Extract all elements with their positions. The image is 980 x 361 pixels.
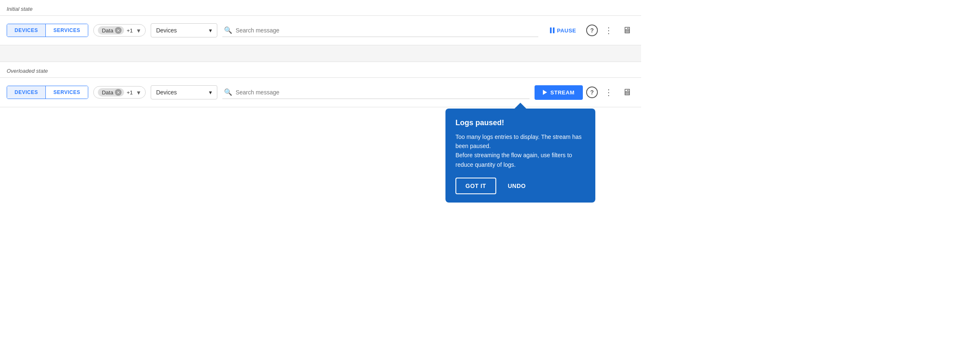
chip-count-initial: +1	[127, 27, 133, 34]
monitor-button-initial[interactable]: 🖥	[619, 23, 634, 38]
search-icon-initial: 🔍	[224, 26, 232, 34]
search-area-overloaded: 🔍	[222, 86, 530, 99]
search-icon-overloaded: 🔍	[224, 88, 232, 96]
devices-dropdown-arrow-overloaded: ▾	[209, 89, 212, 96]
tooltip-title: Logs paused!	[455, 119, 585, 127]
undo-button[interactable]: UNDO	[501, 178, 532, 194]
initial-state-label: Initial state	[0, 0, 641, 15]
got-it-button[interactable]: GOT IT	[455, 178, 496, 194]
section-gap	[0, 45, 641, 62]
chip-count-overloaded: +1	[127, 89, 133, 96]
chip-dropdown-arrow-initial: ▾	[137, 27, 140, 35]
devices-dropdown-arrow-initial: ▾	[209, 27, 212, 34]
more-button-overloaded[interactable]: ⋮	[601, 85, 616, 100]
right-actions-initial: PAUSE ? ⋮ 🖥	[543, 23, 634, 38]
stream-tooltip-container: STREAM Logs paused! Too many logs entrie…	[535, 85, 583, 100]
chip-close-overloaded[interactable]: ✕	[115, 89, 122, 96]
tooltip-body: Too many logs entries to display. The st…	[455, 132, 585, 170]
chip-close-initial[interactable]: ✕	[115, 27, 122, 34]
services-tab-initial[interactable]: SERVICES	[46, 24, 87, 37]
filter-chip-overloaded[interactable]: Data ✕ +1 ▾	[93, 86, 146, 99]
pause-icon	[550, 27, 555, 33]
pause-button[interactable]: PAUSE	[543, 24, 583, 37]
monitor-button-overloaded[interactable]: 🖥	[619, 85, 634, 100]
play-icon	[543, 90, 547, 95]
right-actions-overloaded: STREAM Logs paused! Too many logs entrie…	[535, 85, 634, 100]
help-button-overloaded[interactable]: ?	[586, 87, 598, 98]
overloaded-state-label: Overloaded state	[0, 62, 641, 77]
view-toggle-group-overloaded: DEVICES SERVICES	[7, 86, 88, 99]
search-input-initial[interactable]	[236, 27, 537, 34]
logs-paused-tooltip: Logs paused! Too many logs entries to di…	[445, 109, 595, 203]
help-button-initial[interactable]: ?	[586, 25, 598, 36]
devices-tab-overloaded[interactable]: DEVICES	[7, 86, 46, 99]
tooltip-actions: GOT IT UNDO	[455, 178, 585, 194]
services-tab-overloaded[interactable]: SERVICES	[46, 86, 87, 99]
data-chip-initial: Data ✕	[98, 26, 124, 35]
stream-button[interactable]: STREAM	[535, 85, 583, 100]
devices-dropdown-initial[interactable]: Devices ▾	[151, 23, 217, 37]
overloaded-state-toolbar: DEVICES SERVICES Data ✕ +1 ▾ Devices ▾ 🔍…	[0, 77, 641, 107]
chip-dropdown-arrow-overloaded: ▾	[137, 89, 140, 96]
initial-state-toolbar: DEVICES SERVICES Data ✕ +1 ▾ Devices ▾ 🔍…	[0, 15, 641, 45]
search-input-overloaded[interactable]	[236, 89, 528, 96]
data-chip-overloaded: Data ✕	[98, 88, 124, 96]
view-toggle-group: DEVICES SERVICES	[7, 24, 88, 37]
devices-dropdown-overloaded[interactable]: Devices ▾	[151, 85, 217, 99]
devices-tab-initial[interactable]: DEVICES	[7, 24, 46, 37]
more-button-initial[interactable]: ⋮	[601, 23, 616, 38]
search-area-initial: 🔍	[222, 24, 538, 37]
filter-chip-initial[interactable]: Data ✕ +1 ▾	[93, 24, 146, 37]
